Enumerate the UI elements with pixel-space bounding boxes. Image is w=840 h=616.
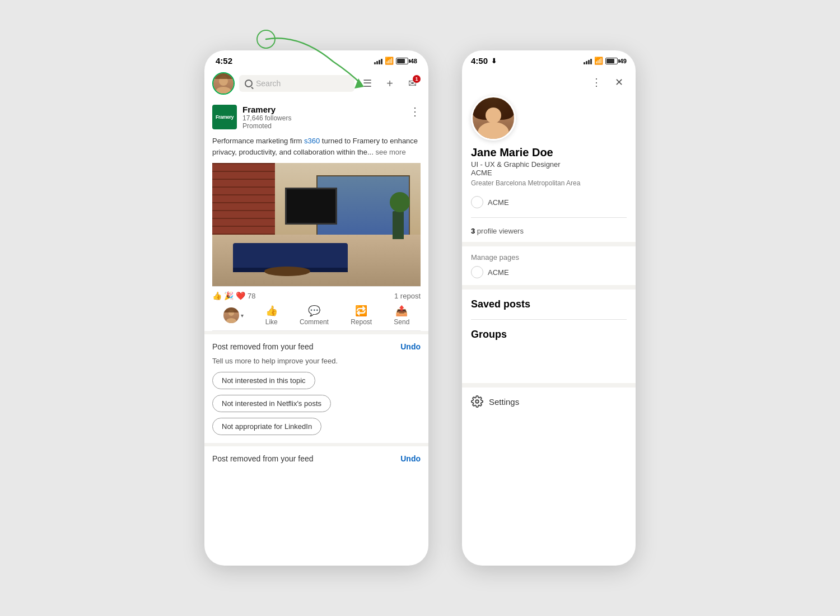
- post-image: [212, 163, 421, 286]
- manage-acme-label: ACME: [488, 268, 509, 277]
- feedback-pills: Not interested in this topic Not interes…: [212, 372, 421, 435]
- spacer: [462, 349, 636, 383]
- repost-button[interactable]: 🔁 Repost: [351, 305, 372, 326]
- divider-2: [471, 319, 627, 320]
- right-battery-icon: [605, 58, 618, 64]
- divider-full-1: [462, 242, 636, 246]
- like-button[interactable]: 👍 Like: [265, 305, 278, 326]
- like-label: Like: [265, 318, 278, 326]
- manage-acme-row: ACME: [471, 266, 627, 278]
- avatar-face-circle: [486, 108, 501, 123]
- more-options-icon[interactable]: ⋮: [589, 74, 604, 90]
- send-button[interactable]: 📤 Send: [394, 305, 409, 326]
- comment-button[interactable]: 💬 Comment: [300, 305, 329, 326]
- reaction-heart: ❤️: [236, 291, 245, 300]
- right-status-icons: 📶 49: [584, 57, 627, 65]
- close-icon[interactable]: ✕: [611, 74, 627, 90]
- company-logo-text: Framery: [216, 114, 234, 120]
- left-status-icons: 📶 48: [374, 57, 417, 65]
- post-removed-section-2: Post removed from your feed Undo: [204, 443, 428, 471]
- pill-not-appropriate[interactable]: Not appropriate for LinkedIn: [212, 418, 321, 435]
- reactions-count: 78: [248, 292, 255, 300]
- send-icon: 📤: [395, 305, 408, 317]
- post-card: Framery Framery 17,646 followers Promote…: [204, 98, 428, 331]
- post-more-icon[interactable]: ⋮: [409, 105, 421, 118]
- repost-count: 1 repost: [394, 292, 421, 300]
- battery-icon: [396, 58, 408, 64]
- right-wifi-icon: 📶: [594, 57, 603, 65]
- post-link[interactable]: s360: [304, 137, 320, 145]
- post-reactions: 👍 🎉 ❤️ 78 1 repost: [212, 286, 421, 302]
- svg-point-2: [475, 400, 479, 403]
- reactions-left: 👍 🎉 ❤️ 78: [212, 291, 255, 300]
- user-avatar[interactable]: [212, 72, 235, 95]
- manage-pages-label: Manage pages: [471, 253, 627, 262]
- right-status-left: 4:50 ⬇: [471, 56, 497, 66]
- settings-gear-icon: [471, 395, 483, 408]
- avatar-body: [479, 123, 508, 141]
- manage-pages-section: Manage pages ACME: [462, 246, 636, 285]
- nav-bar: Search ☰ + ✉ 1: [204, 69, 428, 98]
- divider-1: [471, 217, 627, 218]
- improve-text: Tell us more to help improve your feed.: [212, 357, 421, 365]
- messages-icon[interactable]: ✉ 1: [404, 75, 421, 92]
- profile-acme-row: ACME: [462, 192, 636, 213]
- undo-button[interactable]: Undo: [400, 342, 421, 351]
- user-action-area[interactable]: ▾: [223, 307, 244, 323]
- messages-badge: 1: [413, 75, 421, 83]
- profile-title: UI - UX & Graphic Designer: [462, 160, 636, 169]
- manage-acme-circle: [471, 266, 483, 278]
- profile-company: ACME: [462, 169, 636, 179]
- saved-posts-section[interactable]: Saved posts: [462, 290, 636, 315]
- post-see-more[interactable]: see more: [374, 148, 406, 156]
- search-placeholder: Search: [256, 79, 281, 88]
- divider-full-2: [462, 285, 636, 290]
- saved-posts-label[interactable]: Saved posts: [471, 298, 627, 310]
- viewers-count: 3: [471, 227, 475, 235]
- avatar-face: [213, 72, 234, 95]
- undo-button-2[interactable]: Undo: [400, 454, 421, 463]
- filter-icon[interactable]: ☰: [359, 75, 376, 92]
- post-removed-section: Post removed from your feed Undo Tell us…: [204, 331, 428, 443]
- send-label: Send: [394, 318, 409, 326]
- left-phone: 4:52 📶 48: [204, 50, 428, 566]
- divider-full-3: [462, 383, 636, 388]
- profile-close-area: ⋮ ✕: [589, 74, 627, 90]
- groups-label[interactable]: Groups: [471, 329, 627, 340]
- profile-header-actions: ⋮ ✕: [462, 69, 636, 90]
- post-header: Framery Framery 17,646 followers Promote…: [212, 105, 421, 130]
- right-phone: 4:50 ⬇ 📶 49 ⋮ ✕: [462, 50, 636, 566]
- company-logo: Framery: [212, 105, 237, 129]
- settings-section[interactable]: Settings: [462, 388, 636, 416]
- battery-level: 48: [410, 58, 417, 64]
- search-bar[interactable]: Search: [239, 75, 354, 92]
- post-removed-text: Post removed from your feed: [212, 342, 314, 351]
- reaction-celebrate: 🎉: [224, 291, 234, 300]
- post-body: Performance marketing firm s360 turned t…: [212, 136, 421, 157]
- add-icon[interactable]: +: [381, 75, 398, 92]
- post-removed-header: Post removed from your feed Undo: [212, 342, 421, 351]
- right-download-icon: ⬇: [491, 57, 497, 65]
- dropdown-arrow[interactable]: ▾: [241, 312, 244, 319]
- profile-viewers[interactable]: 3 profile viewers: [462, 222, 636, 242]
- post-removed-text-2: Post removed from your feed: [212, 454, 314, 463]
- comment-icon: 💬: [308, 305, 320, 317]
- reaction-like: 👍: [212, 291, 222, 300]
- svg-point-1: [257, 30, 275, 48]
- wifi-icon: 📶: [385, 57, 394, 65]
- profile-avatar-large[interactable]: [471, 96, 516, 141]
- acme-label: ACME: [488, 198, 509, 207]
- acme-circle: [471, 196, 483, 208]
- groups-section[interactable]: Groups: [462, 324, 636, 349]
- right-battery-level: 49: [620, 58, 627, 64]
- comment-label: Comment: [300, 318, 329, 326]
- pill-not-interested-netflix[interactable]: Not interested in Netflix's posts: [212, 395, 331, 412]
- left-status-bar: 4:52 📶 48: [204, 50, 428, 69]
- nav-actions: ☰ + ✉ 1: [359, 75, 421, 92]
- profile-location: Greater Barcelona Metropolitan Area: [462, 179, 636, 192]
- post-company-name[interactable]: Framery: [242, 105, 409, 114]
- right-time: 4:50: [471, 56, 488, 66]
- pill-not-interested-topic[interactable]: Not interested in this topic: [212, 372, 315, 389]
- action-bar: ▾ 👍 Like 💬 Comment 🔁 Repost 📤 Send: [212, 302, 421, 331]
- post-meta: Framery 17,646 followers Promoted: [242, 105, 409, 130]
